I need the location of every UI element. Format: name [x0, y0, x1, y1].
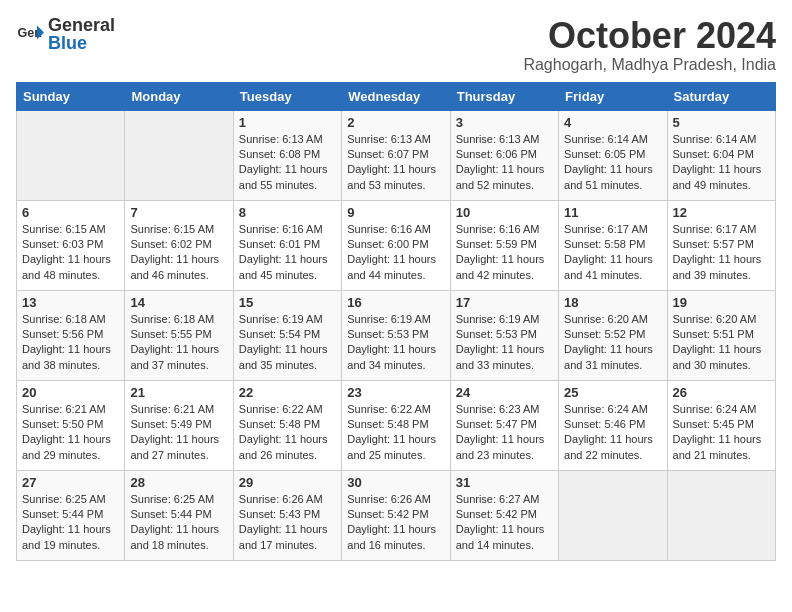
day-number: 25 [564, 385, 661, 400]
calendar-cell: 8 Sunrise: 6:16 AM Sunset: 6:01 PM Dayli… [233, 200, 341, 290]
cell-content: Sunrise: 6:15 AM Sunset: 6:02 PM Dayligh… [130, 222, 227, 284]
calendar-cell: 12 Sunrise: 6:17 AM Sunset: 5:57 PM Dayl… [667, 200, 775, 290]
cell-content: Sunrise: 6:13 AM Sunset: 6:08 PM Dayligh… [239, 132, 336, 194]
calendar-cell: 5 Sunrise: 6:14 AM Sunset: 6:04 PM Dayli… [667, 110, 775, 200]
calendar-week-row: 13 Sunrise: 6:18 AM Sunset: 5:56 PM Dayl… [17, 290, 776, 380]
sunrise-text: Sunrise: 6:24 AM [564, 403, 648, 415]
calendar-cell [125, 110, 233, 200]
calendar-cell: 7 Sunrise: 6:15 AM Sunset: 6:02 PM Dayli… [125, 200, 233, 290]
logo-general-text: General [48, 16, 115, 34]
day-number: 24 [456, 385, 553, 400]
location-title: Raghogarh, Madhya Pradesh, India [523, 56, 776, 74]
calendar-cell [559, 470, 667, 560]
sunrise-text: Sunrise: 6:13 AM [347, 133, 431, 145]
calendar-cell: 29 Sunrise: 6:26 AM Sunset: 5:43 PM Dayl… [233, 470, 341, 560]
title-block: October 2024 Raghogarh, Madhya Pradesh, … [523, 16, 776, 74]
calendar-cell [17, 110, 125, 200]
day-number: 7 [130, 205, 227, 220]
header-day-tuesday: Tuesday [233, 82, 341, 110]
sunset-text: Sunset: 6:06 PM [456, 148, 537, 160]
day-number: 28 [130, 475, 227, 490]
sunrise-text: Sunrise: 6:19 AM [239, 313, 323, 325]
calendar-cell: 18 Sunrise: 6:20 AM Sunset: 5:52 PM Dayl… [559, 290, 667, 380]
day-number: 23 [347, 385, 444, 400]
sunrise-text: Sunrise: 6:26 AM [239, 493, 323, 505]
sunset-text: Sunset: 5:50 PM [22, 418, 103, 430]
calendar-cell: 24 Sunrise: 6:23 AM Sunset: 5:47 PM Dayl… [450, 380, 558, 470]
sunset-text: Sunset: 5:42 PM [456, 508, 537, 520]
sunset-text: Sunset: 5:57 PM [673, 238, 754, 250]
sunrise-text: Sunrise: 6:18 AM [22, 313, 106, 325]
cell-content: Sunrise: 6:20 AM Sunset: 5:52 PM Dayligh… [564, 312, 661, 374]
day-number: 19 [673, 295, 770, 310]
calendar-cell: 17 Sunrise: 6:19 AM Sunset: 5:53 PM Dayl… [450, 290, 558, 380]
sunset-text: Sunset: 5:51 PM [673, 328, 754, 340]
day-number: 5 [673, 115, 770, 130]
header-day-saturday: Saturday [667, 82, 775, 110]
sunset-text: Sunset: 5:52 PM [564, 328, 645, 340]
sunset-text: Sunset: 5:56 PM [22, 328, 103, 340]
sunset-text: Sunset: 6:05 PM [564, 148, 645, 160]
daylight-text: Daylight: 11 hours and 38 minutes. [22, 343, 111, 370]
cell-content: Sunrise: 6:20 AM Sunset: 5:51 PM Dayligh… [673, 312, 770, 374]
calendar-cell: 26 Sunrise: 6:24 AM Sunset: 5:45 PM Dayl… [667, 380, 775, 470]
calendar-header-row: SundayMondayTuesdayWednesdayThursdayFrid… [17, 82, 776, 110]
month-title: October 2024 [523, 16, 776, 56]
calendar-cell: 16 Sunrise: 6:19 AM Sunset: 5:53 PM Dayl… [342, 290, 450, 380]
sunset-text: Sunset: 6:08 PM [239, 148, 320, 160]
calendar-week-row: 6 Sunrise: 6:15 AM Sunset: 6:03 PM Dayli… [17, 200, 776, 290]
day-number: 18 [564, 295, 661, 310]
sunrise-text: Sunrise: 6:19 AM [456, 313, 540, 325]
calendar-cell: 25 Sunrise: 6:24 AM Sunset: 5:46 PM Dayl… [559, 380, 667, 470]
cell-content: Sunrise: 6:21 AM Sunset: 5:50 PM Dayligh… [22, 402, 119, 464]
sunrise-text: Sunrise: 6:15 AM [22, 223, 106, 235]
daylight-text: Daylight: 11 hours and 35 minutes. [239, 343, 328, 370]
sunrise-text: Sunrise: 6:26 AM [347, 493, 431, 505]
cell-content: Sunrise: 6:16 AM Sunset: 6:00 PM Dayligh… [347, 222, 444, 284]
daylight-text: Daylight: 11 hours and 52 minutes. [456, 163, 545, 190]
day-number: 12 [673, 205, 770, 220]
sunset-text: Sunset: 5:53 PM [347, 328, 428, 340]
sunrise-text: Sunrise: 6:14 AM [673, 133, 757, 145]
cell-content: Sunrise: 6:14 AM Sunset: 6:04 PM Dayligh… [673, 132, 770, 194]
daylight-text: Daylight: 11 hours and 51 minutes. [564, 163, 653, 190]
daylight-text: Daylight: 11 hours and 49 minutes. [673, 163, 762, 190]
calendar-table: SundayMondayTuesdayWednesdayThursdayFrid… [16, 82, 776, 561]
day-number: 3 [456, 115, 553, 130]
cell-content: Sunrise: 6:26 AM Sunset: 5:42 PM Dayligh… [347, 492, 444, 554]
daylight-text: Daylight: 11 hours and 30 minutes. [673, 343, 762, 370]
daylight-text: Daylight: 11 hours and 34 minutes. [347, 343, 436, 370]
sunrise-text: Sunrise: 6:19 AM [347, 313, 431, 325]
sunset-text: Sunset: 6:00 PM [347, 238, 428, 250]
day-number: 9 [347, 205, 444, 220]
day-number: 21 [130, 385, 227, 400]
sunrise-text: Sunrise: 6:15 AM [130, 223, 214, 235]
sunrise-text: Sunrise: 6:22 AM [239, 403, 323, 415]
daylight-text: Daylight: 11 hours and 23 minutes. [456, 433, 545, 460]
day-number: 30 [347, 475, 444, 490]
calendar-cell: 31 Sunrise: 6:27 AM Sunset: 5:42 PM Dayl… [450, 470, 558, 560]
cell-content: Sunrise: 6:18 AM Sunset: 5:56 PM Dayligh… [22, 312, 119, 374]
calendar-cell: 3 Sunrise: 6:13 AM Sunset: 6:06 PM Dayli… [450, 110, 558, 200]
sunrise-text: Sunrise: 6:23 AM [456, 403, 540, 415]
daylight-text: Daylight: 11 hours and 53 minutes. [347, 163, 436, 190]
cell-content: Sunrise: 6:22 AM Sunset: 5:48 PM Dayligh… [239, 402, 336, 464]
sunset-text: Sunset: 5:45 PM [673, 418, 754, 430]
calendar-cell: 1 Sunrise: 6:13 AM Sunset: 6:08 PM Dayli… [233, 110, 341, 200]
sunset-text: Sunset: 5:49 PM [130, 418, 211, 430]
daylight-text: Daylight: 11 hours and 41 minutes. [564, 253, 653, 280]
cell-content: Sunrise: 6:17 AM Sunset: 5:58 PM Dayligh… [564, 222, 661, 284]
day-number: 20 [22, 385, 119, 400]
logo-icon: Gen [16, 20, 44, 48]
sunset-text: Sunset: 5:55 PM [130, 328, 211, 340]
day-number: 22 [239, 385, 336, 400]
sunrise-text: Sunrise: 6:25 AM [130, 493, 214, 505]
sunset-text: Sunset: 5:48 PM [239, 418, 320, 430]
calendar-cell: 27 Sunrise: 6:25 AM Sunset: 5:44 PM Dayl… [17, 470, 125, 560]
calendar-cell: 21 Sunrise: 6:21 AM Sunset: 5:49 PM Dayl… [125, 380, 233, 470]
sunrise-text: Sunrise: 6:14 AM [564, 133, 648, 145]
sunset-text: Sunset: 6:02 PM [130, 238, 211, 250]
sunrise-text: Sunrise: 6:21 AM [130, 403, 214, 415]
daylight-text: Daylight: 11 hours and 16 minutes. [347, 523, 436, 550]
sunset-text: Sunset: 5:42 PM [347, 508, 428, 520]
